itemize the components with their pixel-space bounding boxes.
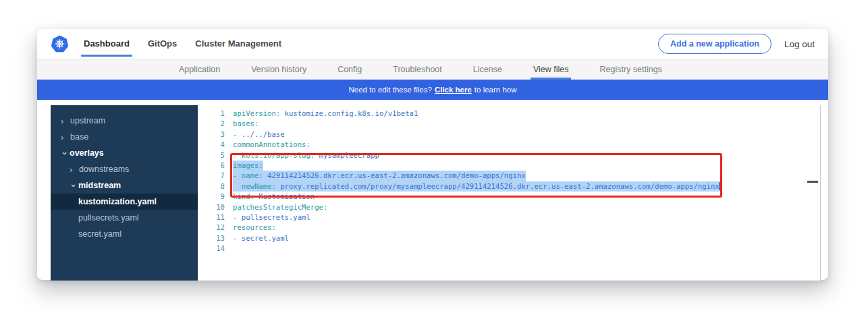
tree-folder-overlays[interactable]: ›overlays (51, 145, 198, 161)
line-content: commonAnnotations: (233, 140, 310, 150)
file-item-pullsecrets-yaml[interactable]: pullsecrets.yaml (51, 210, 198, 226)
tree-item-label: base (70, 132, 88, 142)
file-tree: ›upstream›base›overlays›downstreams›mids… (51, 105, 198, 281)
line-content: kind: Kustomization (233, 192, 315, 202)
code-line-13[interactable]: 13- secret.yaml (198, 233, 820, 243)
banner-text-after: to learn how (474, 86, 517, 94)
tree-folder-downstreams[interactable]: ›downstreams (51, 161, 198, 177)
kubernetes-logo-icon (51, 35, 69, 53)
code-line-14[interactable]: 14 (198, 243, 820, 254)
tree-item-label: secret.yaml (78, 229, 121, 239)
line-number: 3 (198, 129, 233, 140)
tree-item-label: overlays (70, 148, 104, 158)
code-line-2[interactable]: 2bases: (198, 119, 820, 129)
chevron-down-icon: › (60, 149, 70, 158)
chevron-right-icon: › (61, 132, 70, 142)
line-number: 12 (198, 223, 233, 233)
code-line-4[interactable]: 4commonAnnotations: (198, 140, 820, 150)
code-line-9[interactable]: 9kind: Kustomization (198, 192, 820, 202)
code-line-5[interactable]: 5 kots.io/app-slug: mysampleecrapp (198, 150, 820, 160)
line-number: 4 (198, 140, 233, 150)
tree-item-label: pullsecrets.yaml (78, 213, 139, 223)
line-number: 1 (198, 109, 233, 119)
code-line-11[interactable]: 11- pullsecrets.yaml (198, 212, 820, 223)
line-content: kots.io/app-slug: mysampleecrapp (233, 150, 379, 160)
file-item-kustomization-yaml[interactable]: kustomization.yaml (51, 194, 198, 210)
line-content: - pullsecrets.yaml (233, 212, 310, 223)
code-line-8[interactable]: 8 newName: proxy.replicated.com/proxy/my… (198, 181, 820, 192)
code-line-3[interactable]: 3- ../../base (198, 129, 820, 140)
tree-item-label: midstream (78, 181, 121, 190)
code-line-12[interactable]: 12resources: (198, 223, 820, 233)
edit-files-banner: Need to edit these files? Click here to … (37, 80, 828, 100)
line-number: 10 (198, 202, 233, 212)
code-line-6[interactable]: 6images: (198, 160, 820, 171)
top-navbar: DashboardGitOpsCluster Management Add a … (37, 29, 828, 59)
line-content: apiVersion: kustomize.config.k8s.io/v1be… (233, 109, 418, 119)
banner-click-here-link[interactable]: Click here (435, 86, 472, 94)
banner-text-before: Need to edit these files? (348, 86, 431, 94)
code-line-10[interactable]: 10patchesStrategicMerge: (198, 202, 820, 212)
tree-item-label: upstream (70, 116, 105, 125)
chevron-right-icon: › (61, 116, 70, 126)
line-number: 13 (198, 233, 233, 243)
tree-folder-midstream[interactable]: ›midstream (51, 177, 198, 194)
tree-folder-base[interactable]: ›base (51, 129, 198, 145)
line-number: 7 (198, 171, 233, 181)
add-new-application-button[interactable]: Add a new application (658, 34, 771, 54)
main-nav: DashboardGitOpsCluster Management (84, 29, 300, 59)
tree-item-label: downstreams (79, 165, 129, 174)
tab-view-files[interactable]: View files (533, 59, 569, 80)
code-line-7[interactable]: 7- name: 429114214526.dkr.ecr.us-east-2.… (198, 171, 820, 181)
nav-item-cluster-management[interactable]: Cluster Management (195, 29, 281, 59)
chevron-down-icon: › (69, 181, 79, 190)
line-content: newName: proxy.replicated.com/proxy/mysa… (233, 181, 721, 192)
line-number: 11 (198, 212, 233, 223)
tab-troubleshoot[interactable]: Troubleshoot (393, 59, 442, 80)
code-editor[interactable]: 1apiVersion: kustomize.config.k8s.io/v1b… (198, 105, 821, 281)
tab-version-history[interactable]: Version history (251, 59, 306, 80)
text-cursor (720, 182, 721, 190)
line-number: 2 (198, 119, 233, 129)
line-content: - name: 429114214526.dkr.ecr.us-east-2.a… (233, 171, 526, 181)
line-content: images: (233, 160, 263, 171)
chevron-right-icon: › (70, 165, 79, 175)
line-content: resources: (233, 223, 276, 233)
admin-console-window: DashboardGitOpsCluster Management Add a … (37, 29, 828, 280)
view-files-content: ›upstream›base›overlays›downstreams›mids… (37, 100, 828, 281)
tree-item-label: kustomization.yaml (78, 197, 157, 206)
line-number: 6 (198, 160, 233, 171)
line-number: 14 (198, 243, 233, 254)
tab-config[interactable]: Config (337, 59, 362, 80)
code-line-1[interactable]: 1apiVersion: kustomize.config.k8s.io/v1b… (198, 109, 820, 119)
line-content: - secret.yaml (233, 233, 289, 243)
tab-license[interactable]: License (473, 59, 502, 80)
tab-application[interactable]: Application (179, 59, 220, 80)
tree-folder-upstream[interactable]: ›upstream (51, 113, 198, 129)
scrollbar-thumb[interactable] (807, 181, 818, 183)
line-content: patchesStrategicMerge: (233, 202, 327, 212)
line-content: bases: (233, 119, 259, 129)
tab-registry-settings[interactable]: Registry settings (599, 59, 661, 80)
logout-link[interactable]: Log out (784, 39, 815, 49)
line-number: 5 (198, 150, 233, 160)
app-tabbar: ApplicationVersion historyConfigTroubles… (37, 59, 828, 80)
line-content: - ../../base (233, 129, 285, 140)
file-item-secret-yaml[interactable]: secret.yaml (51, 226, 198, 242)
line-number: 9 (198, 192, 233, 202)
nav-item-dashboard[interactable]: Dashboard (84, 29, 130, 59)
nav-item-gitops[interactable]: GitOps (148, 29, 177, 59)
line-number: 8 (198, 181, 233, 192)
